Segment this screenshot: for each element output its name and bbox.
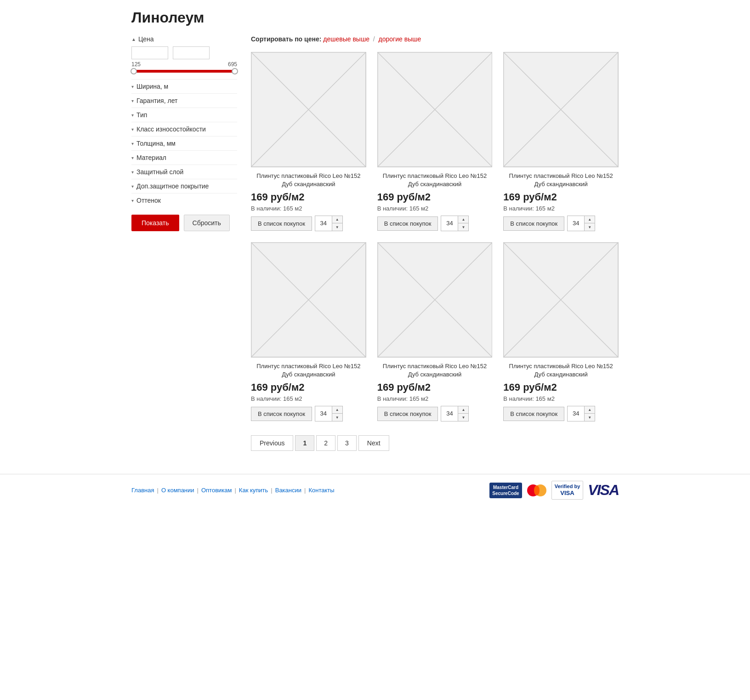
filter-item-material[interactable]: ▾ Материал [131, 150, 237, 165]
sort-bar: Сортировать по цене: дешевые выше / доро… [251, 35, 619, 43]
footer-link[interactable]: О компании [161, 487, 194, 494]
product-name: Плинтус пластиковый Rico Leo №152 Дуб ск… [251, 362, 366, 379]
filter-item-thickness[interactable]: ▾ Толщина, мм [131, 136, 237, 150]
filter-chevron-icon: ▾ [131, 170, 134, 175]
price-max-input[interactable] [173, 46, 210, 59]
product-image[interactable] [503, 52, 619, 167]
mastercard-secure-badge: MasterCardSecureCode [489, 483, 522, 498]
add-to-list-button[interactable]: В список покупок [251, 407, 312, 421]
show-button[interactable]: Показать [131, 215, 179, 231]
filter-item-label: Тип [136, 111, 147, 119]
product-placeholder-icon [378, 52, 492, 167]
qty-increase-button[interactable]: ▲ [332, 406, 342, 414]
add-to-list-button[interactable]: В список покупок [377, 216, 438, 231]
filter-item-label: Доп.защитное покрытие [136, 182, 209, 190]
product-image[interactable] [377, 242, 493, 358]
filter-item-type[interactable]: ▾ Тип [131, 108, 237, 122]
sort-expensive-link[interactable]: дорогие выше [379, 35, 421, 43]
product-card: Плинтус пластиковый Rico Leo №152 Дуб ск… [377, 242, 493, 421]
page-title: Линолеум [131, 9, 619, 26]
product-price: 169 руб/м2 [503, 191, 619, 203]
price-range-thumb-left[interactable] [131, 68, 137, 74]
footer-link[interactable]: Вакансии [275, 487, 301, 494]
page-number-button[interactable]: 2 [316, 435, 335, 451]
quantity-value: 34 [441, 216, 458, 231]
quantity-value: 34 [441, 406, 458, 421]
add-to-list-button[interactable]: В список покупок [377, 407, 438, 421]
sidebar-buttons: Показать Сбросить [131, 215, 237, 231]
footer-sep: | [234, 487, 236, 494]
page-number-button[interactable]: 1 [295, 435, 314, 451]
footer-link[interactable]: Оптовикам [201, 487, 232, 494]
footer-link[interactable]: Как купить [239, 487, 268, 494]
footer-link[interactable]: Контакты [308, 487, 334, 494]
filter-item-warranty[interactable]: ▾ Гарантия, лет [131, 93, 237, 108]
footer-sep: | [271, 487, 272, 494]
add-to-list-button[interactable]: В список покупок [251, 216, 312, 231]
qty-decrease-button[interactable]: ▼ [332, 414, 342, 421]
filter-item-protective[interactable]: ▾ Защитный слой [131, 165, 237, 179]
qty-decrease-button[interactable]: ▼ [585, 223, 595, 231]
product-placeholder-icon [251, 243, 366, 357]
page-number-button[interactable]: 3 [337, 435, 357, 451]
quantity-stepper[interactable]: 34 ▲ ▼ [567, 406, 595, 421]
quantity-stepper[interactable]: 34 ▲ ▼ [441, 406, 469, 421]
footer-link[interactable]: Главная [131, 487, 154, 494]
price-range-track[interactable] [131, 70, 237, 73]
quantity-stepper[interactable]: 34 ▲ ▼ [315, 216, 343, 231]
price-min-input[interactable] [131, 46, 168, 59]
filter-item-label: Ширина, м [136, 83, 168, 90]
qty-increase-button[interactable]: ▲ [332, 216, 342, 223]
filter-item-width[interactable]: ▾ Ширина, м [131, 79, 237, 93]
next-button[interactable]: Next [358, 435, 389, 451]
visa-logo: VISA [588, 482, 619, 499]
product-price: 169 руб/м2 [377, 191, 493, 203]
footer-sep: | [197, 487, 199, 494]
quantity-stepper[interactable]: 34 ▲ ▼ [567, 216, 595, 231]
product-stock: В наличии: 165 м2 [251, 205, 366, 212]
filter-chevron-icon: ▾ [131, 98, 134, 103]
reset-button[interactable]: Сбросить [184, 215, 230, 231]
stepper-arrows: ▲ ▼ [332, 406, 342, 421]
footer-sep: | [304, 487, 306, 494]
qty-decrease-button[interactable]: ▼ [332, 223, 342, 231]
price-min-label: 125 [131, 61, 141, 68]
product-card: Плинтус пластиковый Rico Leo №152 Дуб ск… [251, 52, 366, 231]
add-to-list-button[interactable]: В список покупок [503, 407, 564, 421]
qty-decrease-button[interactable]: ▼ [458, 414, 468, 421]
product-image[interactable] [251, 242, 366, 358]
product-stock: В наличии: 165 м2 [503, 205, 619, 212]
qty-increase-button[interactable]: ▲ [458, 406, 468, 414]
qty-decrease-button[interactable]: ▼ [458, 223, 468, 231]
filter-item-label: Гарантия, лет [136, 97, 177, 104]
product-placeholder-icon [378, 243, 492, 357]
price-range-thumb-right[interactable] [232, 68, 238, 74]
product-image[interactable] [377, 52, 493, 167]
prev-button[interactable]: Previous [251, 435, 293, 451]
sort-label: Сортировать по цене: [251, 35, 321, 43]
filter-chevron-icon: ▾ [131, 198, 134, 203]
price-max-label: 695 [228, 61, 237, 68]
product-price: 169 руб/м2 [251, 191, 366, 203]
product-placeholder-icon [251, 52, 366, 167]
product-price: 169 руб/м2 [251, 381, 366, 393]
product-image[interactable] [251, 52, 366, 167]
product-stock: В наличии: 165 м2 [503, 395, 619, 402]
filter-item-wear[interactable]: ▾ Класс износостойкости [131, 122, 237, 136]
quantity-stepper[interactable]: 34 ▲ ▼ [441, 216, 469, 231]
sort-cheap-link[interactable]: дешевые выше [323, 35, 369, 43]
product-actions: В список покупок 34 ▲ ▼ [251, 406, 366, 421]
filter-item-extra[interactable]: ▾ Доп.защитное покрытие [131, 179, 237, 193]
add-to-list-button[interactable]: В список покупок [503, 216, 564, 231]
qty-increase-button[interactable]: ▲ [585, 216, 595, 223]
quantity-stepper[interactable]: 34 ▲ ▼ [315, 406, 343, 421]
price-filter-label[interactable]: ▲ Цена [131, 35, 237, 43]
qty-increase-button[interactable]: ▲ [458, 216, 468, 223]
pagination: Previous123Next [251, 435, 619, 451]
qty-increase-button[interactable]: ▲ [585, 406, 595, 414]
filter-item-label: Защитный слой [136, 168, 183, 176]
product-image[interactable] [503, 242, 619, 358]
filter-item-shade[interactable]: ▾ Оттенок [131, 193, 237, 207]
qty-decrease-button[interactable]: ▼ [585, 414, 595, 421]
filter-chevron-icon: ▾ [131, 155, 134, 160]
